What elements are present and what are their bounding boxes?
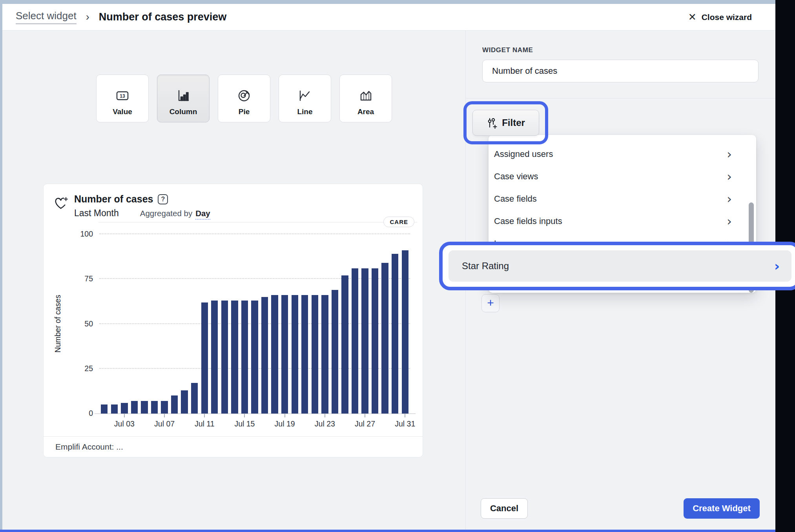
chart-type-pie-button[interactable]: Pie (218, 75, 270, 122)
bar (251, 301, 258, 414)
y-axis-ticks: 0255075100 (66, 234, 93, 414)
create-widget-button[interactable]: Create Widget (684, 498, 760, 519)
aggregation-value[interactable]: Day (195, 209, 210, 220)
bar (121, 403, 128, 414)
bar (101, 404, 108, 414)
x-tick-label: Jul 03 (106, 419, 143, 428)
x-tick-mark (405, 414, 405, 417)
close-wizard-button[interactable]: ✕ Close wizard (688, 12, 752, 22)
dropdown-item-case-views[interactable]: Case views › (489, 165, 756, 188)
bar (191, 383, 198, 414)
bar (221, 301, 228, 414)
filter-highlight-annotation: Filter (463, 101, 548, 144)
value-13-icon: 13 (116, 88, 129, 103)
dropdown-item-assigned-users[interactable]: Assigned users › (489, 143, 756, 165)
bar (321, 295, 328, 414)
dropdown-item-star-rating[interactable]: Star Rating › (449, 250, 791, 282)
y-axis-title: Number of cases (53, 295, 62, 352)
widget-name-input[interactable] (482, 60, 759, 82)
filter-button-label: Filter (502, 117, 525, 128)
chart-type-label: Value (113, 107, 132, 116)
x-tick-label: Jul 19 (266, 419, 304, 428)
panel-divider (466, 98, 775, 98)
x-tick-mark (244, 414, 245, 417)
filter-button[interactable]: Filter (472, 110, 539, 136)
widget-preview-card: Number of cases ? Last Month Aggregated … (43, 184, 423, 457)
x-tick-label: Jul 27 (346, 419, 384, 428)
widget-title: Number of cases (74, 193, 153, 205)
bar (151, 401, 158, 414)
breadcrumb-separator-icon: › (86, 11, 89, 23)
x-tick-mark (365, 414, 365, 417)
x-tick-label: Jul 23 (306, 419, 344, 428)
chevron-right-icon: › (727, 193, 732, 205)
bar (312, 295, 318, 414)
y-tick-label: 100 (80, 230, 93, 239)
x-tick-label: Jul 15 (226, 419, 263, 428)
x-tick-mark (284, 414, 285, 417)
bar (111, 404, 118, 414)
chart-type-line-button[interactable]: Line (279, 75, 331, 122)
bar (381, 263, 388, 414)
chart-type-label: Column (170, 107, 197, 116)
bar (231, 301, 238, 414)
bar (341, 275, 348, 414)
chart-type-label: Line (297, 107, 312, 116)
bar (181, 390, 188, 414)
bar (201, 302, 208, 414)
bar (352, 268, 358, 414)
add-filter-button[interactable]: + (481, 294, 500, 312)
badge-divider-line (98, 222, 417, 222)
wizard-topbar: Select widget › Number of cases preview … (2, 4, 775, 31)
bar (171, 395, 178, 414)
bar (241, 301, 248, 414)
bar (281, 295, 288, 414)
widget-name-label: WIDGET NAME (482, 46, 533, 54)
bar (211, 301, 218, 414)
dropdown-item-label: Case views (494, 171, 538, 182)
y-tick-label: 75 (84, 274, 93, 283)
x-tick-mark (164, 414, 165, 417)
bar (261, 297, 268, 414)
x-axis-ticks: Jul 03Jul 07Jul 11Jul 15Jul 19Jul 23Jul … (99, 414, 410, 431)
bar (301, 295, 308, 414)
y-tick-label: 0 (89, 409, 93, 418)
chart-type-area-button[interactable]: Area (339, 75, 392, 122)
screenshot-frame: Select widget › Number of cases preview … (0, 0, 795, 532)
column-chart-icon (177, 88, 190, 103)
x-tick-label: Jul 07 (146, 419, 183, 428)
pie-chart-icon (237, 88, 251, 103)
care-heart-plus-icon (53, 195, 69, 213)
line-chart-icon (298, 88, 312, 103)
dropdown-item-case-fields-inputs[interactable]: Case fields inputs › (489, 210, 756, 232)
help-icon[interactable]: ? (158, 194, 168, 204)
chart-type-column-button[interactable]: Column (157, 75, 210, 122)
x-tick-mark (124, 414, 125, 417)
plot-area (99, 234, 410, 414)
x-tick-mark (204, 414, 205, 417)
aggregated-by-label: Aggregated by (140, 209, 192, 218)
close-wizard-label: Close wizard (702, 13, 752, 22)
breadcrumb-select-widget[interactable]: Select widget (16, 10, 77, 24)
chevron-right-icon: › (727, 170, 732, 183)
chevron-right-icon: › (774, 259, 780, 273)
dropdown-item-label: Case fields inputs (494, 216, 562, 226)
y-tick-label: 50 (84, 319, 93, 328)
filter-sliders-plus-icon (487, 117, 497, 129)
dropdown-item-case-fields[interactable]: Case fields › (489, 188, 756, 210)
bar (271, 295, 278, 414)
widget-period: Last Month (74, 208, 119, 219)
chart-type-value-button[interactable]: 13 Value (96, 75, 149, 122)
bar (392, 254, 398, 414)
bar (161, 401, 168, 414)
bar (332, 290, 338, 414)
svg-text:13: 13 (120, 93, 125, 99)
x-tick-mark (325, 414, 325, 417)
dropdown-item-label: Case fields (494, 194, 537, 204)
bar (361, 268, 368, 414)
gridline (99, 233, 410, 234)
preview-area: 13 Value Column Pie (2, 31, 465, 530)
x-tick-label: Jul 31 (386, 419, 424, 428)
cancel-button[interactable]: Cancel (481, 498, 528, 519)
bar (292, 295, 298, 414)
